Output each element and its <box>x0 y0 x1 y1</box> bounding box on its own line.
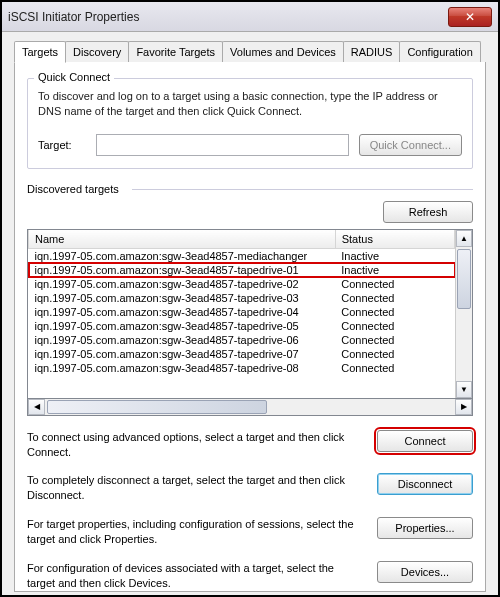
target-input[interactable] <box>96 134 349 156</box>
quick-connect-description: To discover and log on to a target using… <box>38 89 462 120</box>
cell-status: Connected <box>335 361 454 375</box>
tab-favorite-targets[interactable]: Favorite Targets <box>128 41 223 62</box>
tab-strip: TargetsDiscoveryFavorite TargetsVolumes … <box>14 41 486 63</box>
table-row[interactable]: iqn.1997-05.com.amazon:sgw-3ead4857-tape… <box>29 291 455 305</box>
tab-configuration[interactable]: Configuration <box>399 41 480 62</box>
table-row[interactable]: iqn.1997-05.com.amazon:sgw-3ead4857-tape… <box>29 277 455 291</box>
cell-status: Connected <box>335 291 454 305</box>
cell-name: iqn.1997-05.com.amazon:sgw-3ead4857-tape… <box>29 305 336 319</box>
cell-status: Connected <box>335 305 454 319</box>
scroll-track[interactable] <box>456 247 472 381</box>
cell-status: Connected <box>335 333 454 347</box>
cell-status: Connected <box>335 347 454 361</box>
column-header-status[interactable]: Status <box>335 230 454 249</box>
refresh-button[interactable]: Refresh <box>383 201 473 223</box>
close-icon: ✕ <box>465 10 475 24</box>
close-button[interactable]: ✕ <box>448 7 492 27</box>
quick-connect-button[interactable]: Quick Connect... <box>359 134 462 156</box>
cell-name: iqn.1997-05.com.amazon:sgw-3ead4857-tape… <box>29 347 336 361</box>
table-row[interactable]: iqn.1997-05.com.amazon:sgw-3ead4857-tape… <box>29 319 455 333</box>
scroll-right-button[interactable]: ▶ <box>455 399 472 415</box>
scroll-up-button[interactable]: ▲ <box>456 230 472 247</box>
devices-row: For configuration of devices associated … <box>27 561 473 591</box>
cell-name: iqn.1997-05.com.amazon:sgw-3ead4857-tape… <box>29 263 336 277</box>
scroll-thumb[interactable] <box>457 249 471 309</box>
properties-text: For target properties, including configu… <box>27 517 365 547</box>
tab-volumes-and-devices[interactable]: Volumes and Devices <box>222 41 344 62</box>
targets-table: Name Status iqn.1997-05.com.amazon:sgw-3… <box>27 229 473 399</box>
quick-connect-label: Quick Connect <box>34 71 114 83</box>
tab-targets[interactable]: Targets <box>14 41 66 63</box>
cell-name: iqn.1997-05.com.amazon:sgw-3ead4857-tape… <box>29 361 336 375</box>
table-row[interactable]: iqn.1997-05.com.amazon:sgw-3ead4857-tape… <box>29 347 455 361</box>
disconnect-row: To completely disconnect a target, selec… <box>27 473 473 503</box>
tab-radius[interactable]: RADIUS <box>343 41 401 62</box>
devices-text: For configuration of devices associated … <box>27 561 365 591</box>
refresh-row: Refresh <box>27 201 473 223</box>
cell-name: iqn.1997-05.com.amazon:sgw-3ead4857-tape… <box>29 291 336 305</box>
discovered-targets-label: Discovered targets <box>27 183 473 195</box>
tab-discovery[interactable]: Discovery <box>65 41 129 62</box>
devices-button[interactable]: Devices... <box>377 561 473 583</box>
cell-status: Inactive <box>335 248 454 263</box>
cell-status: Connected <box>335 319 454 333</box>
table-row[interactable]: iqn.1997-05.com.amazon:sgw-3ead4857-tape… <box>29 305 455 319</box>
content-area: TargetsDiscoveryFavorite TargetsVolumes … <box>2 32 498 597</box>
horizontal-scrollbar[interactable]: ◀ ▶ <box>27 399 473 416</box>
tab-panel-targets: Quick Connect To discover and log on to … <box>14 62 486 592</box>
table-row[interactable]: iqn.1997-05.com.amazon:sgw-3ead4857-tape… <box>29 361 455 375</box>
hscroll-thumb[interactable] <box>47 400 267 414</box>
connect-button[interactable]: Connect <box>377 430 473 452</box>
table-row[interactable]: iqn.1997-05.com.amazon:sgw-3ead4857-medi… <box>29 248 455 263</box>
connect-text: To connect using advanced options, selec… <box>27 430 365 460</box>
scroll-left-button[interactable]: ◀ <box>28 399 45 415</box>
window-title: iSCSI Initiator Properties <box>8 10 448 24</box>
cell-name: iqn.1997-05.com.amazon:sgw-3ead4857-medi… <box>29 248 336 263</box>
cell-name: iqn.1997-05.com.amazon:sgw-3ead4857-tape… <box>29 333 336 347</box>
titlebar: iSCSI Initiator Properties ✕ <box>2 2 498 32</box>
hscroll-track[interactable] <box>45 399 455 415</box>
properties-button[interactable]: Properties... <box>377 517 473 539</box>
target-label: Target: <box>38 139 86 151</box>
disconnect-text: To completely disconnect a target, selec… <box>27 473 365 503</box>
cell-name: iqn.1997-05.com.amazon:sgw-3ead4857-tape… <box>29 319 336 333</box>
scroll-down-button[interactable]: ▼ <box>456 381 472 398</box>
properties-row: For target properties, including configu… <box>27 517 473 547</box>
disconnect-button[interactable]: Disconnect <box>377 473 473 495</box>
vertical-scrollbar[interactable]: ▲ ▼ <box>455 230 472 398</box>
table-row[interactable]: iqn.1997-05.com.amazon:sgw-3ead4857-tape… <box>29 263 455 277</box>
quick-connect-row: Target: Quick Connect... <box>38 134 462 156</box>
connect-row: To connect using advanced options, selec… <box>27 430 473 460</box>
table-row[interactable]: iqn.1997-05.com.amazon:sgw-3ead4857-tape… <box>29 333 455 347</box>
column-header-name[interactable]: Name <box>29 230 336 249</box>
cell-status: Inactive <box>335 263 454 277</box>
quick-connect-group: Quick Connect To discover and log on to … <box>27 78 473 169</box>
cell-status: Connected <box>335 277 454 291</box>
cell-name: iqn.1997-05.com.amazon:sgw-3ead4857-tape… <box>29 277 336 291</box>
window: iSCSI Initiator Properties ✕ TargetsDisc… <box>0 0 500 597</box>
